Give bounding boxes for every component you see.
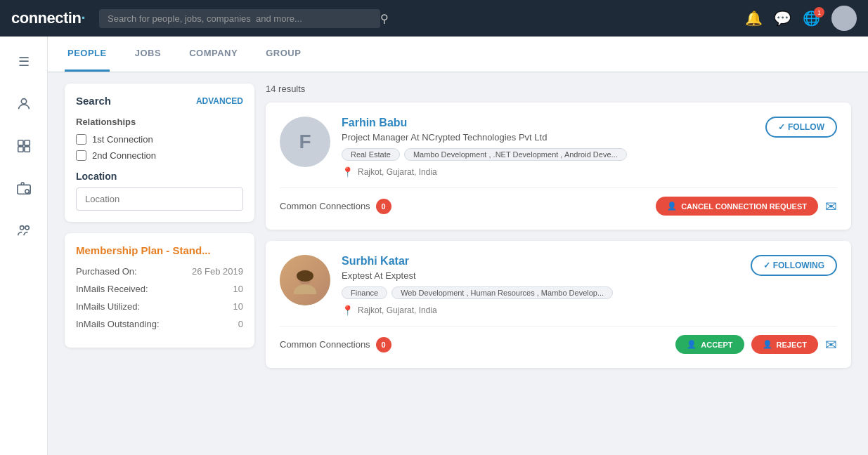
inmails-outstanding-label: InMails Outstanding: xyxy=(76,319,160,329)
tag-surbhi-2: Web Development , Human Resources , Mamb… xyxy=(391,286,613,299)
logo-dot: · xyxy=(81,9,85,27)
user-plus-icon: 👤 xyxy=(687,340,697,349)
card-bottom-farhin: Common Connections 0 👤 CANCEL CONNECTION… xyxy=(280,187,837,216)
accept-button-surbhi[interactable]: 👤 ACCEPT xyxy=(675,335,744,354)
card-top-1: F Farhin Babu Project Manager At NCrypte… xyxy=(280,117,837,178)
topnav-icons: 🔔 💬 🌐 1 xyxy=(745,6,857,31)
svg-point-7 xyxy=(20,226,24,230)
search-input[interactable] xyxy=(99,9,380,28)
tab-group[interactable]: GROUP xyxy=(263,37,304,72)
inmails-received-label: InMails Received: xyxy=(76,284,148,294)
user-avatar[interactable] xyxy=(831,6,857,31)
location-surbhi: 📍 Rajkot, Gujarat, India xyxy=(342,305,739,316)
results-count: 14 results xyxy=(266,84,851,94)
membership-row-purchased: Purchased On: 26 Feb 2019 xyxy=(76,266,243,277)
avatar-farhin: F xyxy=(280,117,330,167)
svg-rect-1 xyxy=(18,140,22,145)
mail-icon-surbhi[interactable]: ✉ xyxy=(825,336,837,353)
sidebar-item-network[interactable] xyxy=(10,216,38,244)
connection1-checkbox[interactable] xyxy=(76,134,86,145)
svg-rect-4 xyxy=(24,147,29,152)
connection2-row: 2nd Connection xyxy=(76,150,243,161)
person-card-2: Surbhi Katar Exptest At Exptest Finance … xyxy=(266,241,851,368)
follow-button-farhin[interactable]: ✓ FOLLOW xyxy=(765,117,837,138)
content-area: Search ADVANCED Relationships 1st Connec… xyxy=(65,84,851,379)
common-connections-label: Common Connections xyxy=(280,201,370,211)
card-actions-surbhi: 👤 ACCEPT 👤 REJECT ✉ xyxy=(675,335,837,354)
membership-card: Membership Plan - Stand... Purchased On:… xyxy=(65,233,254,348)
person-name-surbhi[interactable]: Surbhi Katar xyxy=(342,255,739,268)
sidebar-item-profile[interactable] xyxy=(10,90,38,118)
relationships-label: Relationships xyxy=(76,117,243,127)
tags-farhin: Real Estate Mambo Development , .NET Dev… xyxy=(342,148,754,161)
card-actions-farhin: 👤 CANCEL CONNECTION REQUEST ✉ xyxy=(656,197,837,216)
location-icon: 📍 xyxy=(342,166,354,178)
card-info-surbhi: Surbhi Katar Exptest At Exptest Finance … xyxy=(342,255,739,316)
location-label: Location xyxy=(76,171,243,182)
user-x-icon: 👤 xyxy=(763,340,772,349)
svg-rect-2 xyxy=(24,140,29,145)
filter-header: Search ADVANCED xyxy=(76,95,243,107)
search-icon[interactable]: ⚲ xyxy=(380,12,389,25)
purchased-label: Purchased On: xyxy=(76,266,137,277)
connection1-label: 1st Connection xyxy=(92,134,153,145)
tab-people[interactable]: PEOPLE xyxy=(65,37,110,72)
top-navigation: connectin· ⚲ 🔔 💬 🌐 1 xyxy=(0,0,868,37)
svg-point-8 xyxy=(25,226,29,230)
common-connections-surbhi: Common Connections 0 xyxy=(280,337,391,352)
person-name-farhin[interactable]: Farhin Babu xyxy=(342,117,754,129)
notifications-icon[interactable]: 🔔 xyxy=(745,10,763,27)
reject-button-surbhi[interactable]: 👤 REJECT xyxy=(751,335,818,354)
main-content: PEOPLE JOBS COMPANY GROUP Search ADVANCE… xyxy=(48,37,868,455)
sidebar-item-menu[interactable]: ☰ xyxy=(10,48,38,76)
card-bottom-surbhi: Common Connections 0 👤 ACCEPT 👤 REJECT xyxy=(280,326,837,354)
search-filter-card: Search ADVANCED Relationships 1st Connec… xyxy=(65,84,254,222)
connections-badge-farhin: 0 xyxy=(376,199,391,214)
connection2-checkbox[interactable] xyxy=(76,150,86,161)
main-layout: ☰ PEOPLE JOBS COMPANY GROUP xyxy=(0,37,868,455)
search-wrapper: ⚲ xyxy=(99,9,394,28)
location-input[interactable] xyxy=(76,187,243,211)
location-icon-surbhi: 📍 xyxy=(342,305,354,316)
avatar-surbhi xyxy=(280,255,330,305)
tag-farhin-2: Mambo Development , .NET Development , A… xyxy=(404,148,627,161)
person-title-farhin: Project Manager At NCrypted Technologies… xyxy=(342,132,754,143)
advanced-link[interactable]: ADVANCED xyxy=(196,96,243,106)
results-area: 14 results F Farhin Babu Project Manager… xyxy=(266,84,851,379)
globe-badge: 1 xyxy=(814,7,824,18)
app-logo[interactable]: connectin· xyxy=(11,9,85,27)
checkmark-icon-surbhi: ✓ xyxy=(763,261,770,270)
location-text-farhin: Rajkot, Gujarat, India xyxy=(358,167,437,177)
purchased-value: 26 Feb 2019 xyxy=(192,266,243,277)
following-button-surbhi[interactable]: ✓ FOLLOWING xyxy=(751,255,837,276)
messages-icon[interactable]: 💬 xyxy=(774,10,791,27)
connection1-row: 1st Connection xyxy=(76,134,243,145)
membership-row-utilized: InMails Utilized: 10 xyxy=(76,301,243,312)
mail-icon-farhin[interactable]: ✉ xyxy=(825,198,837,215)
tab-company[interactable]: COMPANY xyxy=(186,37,240,72)
card-info-farhin: Farhin Babu Project Manager At NCrypted … xyxy=(342,117,754,178)
connections-badge-surbhi: 0 xyxy=(376,337,391,352)
left-panel: Search ADVANCED Relationships 1st Connec… xyxy=(65,84,254,348)
location-text-surbhi: Rajkot, Gujarat, India xyxy=(358,305,437,315)
svg-point-10 xyxy=(297,270,313,282)
sidebar-item-jobs-search[interactable] xyxy=(10,174,38,202)
common-connections-label-surbhi: Common Connections xyxy=(280,339,370,350)
inmails-received-value: 10 xyxy=(233,284,243,294)
person-card-1: F Farhin Babu Project Manager At NCrypte… xyxy=(266,103,851,230)
tags-surbhi: Finance Web Development , Human Resource… xyxy=(342,286,739,299)
common-connections-farhin: Common Connections 0 xyxy=(280,199,391,214)
cancel-connection-button[interactable]: 👤 CANCEL CONNECTION REQUEST xyxy=(656,197,818,216)
sidebar-item-dashboard[interactable] xyxy=(10,132,38,160)
svg-point-0 xyxy=(21,99,26,104)
tabs-bar: PEOPLE JOBS COMPANY GROUP xyxy=(48,37,868,72)
user-minus-icon: 👤 xyxy=(667,202,677,211)
person-title-surbhi: Exptest At Exptest xyxy=(342,270,739,281)
tab-jobs[interactable]: JOBS xyxy=(132,37,164,72)
card-top-surbhi: Surbhi Katar Exptest At Exptest Finance … xyxy=(280,255,837,316)
inmails-utilized-label: InMails Utilized: xyxy=(76,301,140,312)
connection2-label: 2nd Connection xyxy=(92,150,156,161)
globe-icon[interactable]: 🌐 1 xyxy=(803,10,820,27)
inmails-utilized-value: 10 xyxy=(233,301,243,312)
membership-row-outstanding: InMails Outstanding: 0 xyxy=(76,319,243,329)
